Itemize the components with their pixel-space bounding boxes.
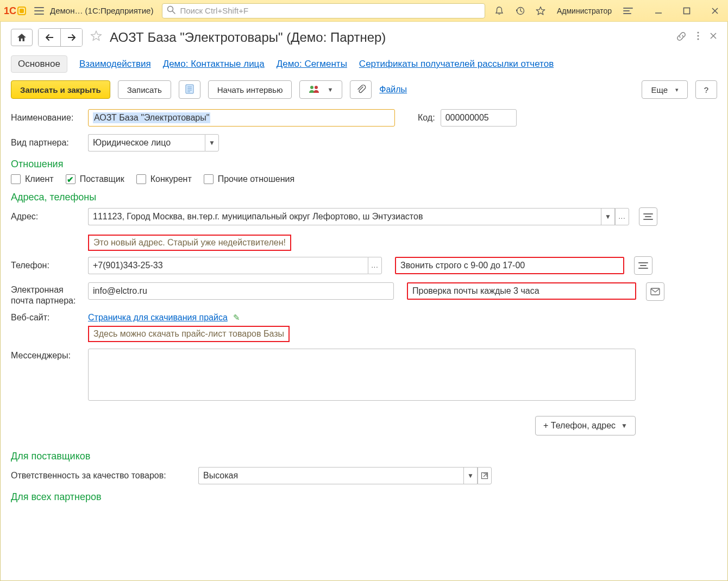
code-label: Код: — [418, 113, 435, 123]
main-menu-icon[interactable] — [33, 4, 46, 17]
app-logo: 1 С — [3, 4, 28, 18]
tab-certs[interactable]: Сертификаты получателей рассылки отчетов — [359, 59, 554, 70]
web-link[interactable]: Страничка для скачивания прайса — [88, 313, 228, 322]
checkbox-other[interactable]: Прочие отношения — [204, 174, 294, 184]
svg-rect-3 — [20, 9, 24, 13]
email-label: Электронная почта партнера: — [11, 281, 83, 306]
users-dropdown-button[interactable]: ▼ — [299, 80, 342, 99]
star-icon[interactable] — [534, 4, 547, 17]
link-icon[interactable] — [676, 31, 687, 45]
section-relations: Отношения — [11, 159, 717, 170]
chevron-down-icon[interactable]: ▼ — [601, 208, 615, 225]
name-field[interactable]: АОЗТ База "Электротовары" — [88, 109, 395, 127]
web-label: Веб-сайт: — [11, 313, 83, 323]
tab-interactions[interactable]: Взаимодействия — [79, 59, 151, 70]
users-icon — [309, 85, 319, 95]
svg-point-26 — [310, 86, 313, 89]
nav-back-button[interactable] — [39, 29, 60, 46]
add-contact-button[interactable]: + Телефон, адрес ▼ — [535, 416, 636, 435]
name-label: Наименование: — [11, 113, 83, 123]
report-button[interactable] — [179, 80, 200, 99]
ellipsis-button[interactable]: ... — [615, 208, 629, 225]
search-input[interactable] — [179, 5, 480, 16]
user-label[interactable]: Администратор — [555, 7, 614, 15]
chevron-down-icon: ▼ — [327, 86, 333, 93]
page-title: АОЗТ База "Электротовары" (Демо: Партнер… — [110, 30, 670, 45]
partner-type-label: Вид партнера: — [11, 138, 83, 148]
section-suppliers: Для поставщиков — [11, 451, 717, 462]
tab-main[interactable]: Основное — [11, 55, 67, 73]
envelope-icon — [650, 288, 660, 295]
nav-home-button[interactable] — [11, 29, 33, 46]
window-close-icon[interactable] — [708, 4, 721, 17]
quality-label: Ответственность за качество товаров: — [11, 471, 193, 481]
messengers-label: Мессенджеры: — [11, 349, 83, 361]
attach-icon — [356, 84, 365, 96]
save-button[interactable]: Записать — [118, 80, 171, 99]
checkbox-client[interactable]: Клиент — [11, 174, 54, 184]
bell-icon[interactable] — [493, 4, 506, 17]
attach-button[interactable] — [350, 80, 372, 99]
nav-history-buttons — [38, 28, 83, 47]
phone-field[interactable]: +7(901)343-25-33 ... — [88, 257, 382, 274]
svg-text:1: 1 — [4, 5, 9, 16]
help-button[interactable]: ? — [695, 80, 717, 99]
svg-line-5 — [173, 11, 175, 14]
address-field[interactable]: 111123, Город Москва, вн.тер.г. муниципа… — [88, 208, 629, 225]
save-and-close-button[interactable]: Записать и закрыть — [11, 80, 110, 99]
app-caption: Демон… (1С:Предприятие) — [50, 6, 153, 15]
svg-point-16 — [697, 31, 699, 33]
phone-options-button[interactable] — [634, 256, 652, 275]
pencil-icon[interactable]: ✎ — [233, 313, 240, 322]
chevron-down-icon: ▼ — [621, 422, 627, 430]
web-note: Здесь можно скачать прайс-лист товаров Б… — [88, 326, 290, 342]
report-icon — [185, 84, 194, 96]
svg-marker-15 — [91, 31, 102, 41]
address-options-button[interactable] — [639, 207, 657, 226]
section-all-partners: Для всех партнеров — [11, 491, 717, 503]
files-link[interactable]: Файлы — [379, 85, 407, 94]
svg-line-30 — [484, 473, 487, 477]
email-send-button[interactable] — [646, 282, 664, 301]
window-minimize-icon[interactable] — [652, 4, 665, 17]
chevron-down-icon[interactable]: ▼ — [205, 134, 219, 151]
svg-marker-7 — [536, 7, 545, 15]
tab-segments[interactable]: Демо: Сегменты — [277, 59, 347, 70]
checkbox-competitor[interactable]: Конкурент — [136, 174, 192, 184]
checkbox-supplier[interactable]: Поставщик — [66, 174, 124, 184]
kebab-menu-icon[interactable] — [696, 31, 700, 45]
svg-rect-9 — [684, 8, 690, 14]
start-interview-button[interactable]: Начать интервью — [208, 80, 292, 99]
chevron-down-icon: ▾ — [675, 86, 679, 93]
titlebar: 1 С Демон… (1С:Предприятие) Администрато… — [0, 0, 728, 22]
svg-point-17 — [697, 35, 699, 36]
svg-rect-21 — [186, 85, 193, 93]
global-search[interactable] — [162, 3, 485, 18]
svg-point-27 — [315, 86, 318, 89]
ellipsis-button[interactable]: ... — [368, 257, 382, 274]
more-button[interactable]: Еще▾ — [642, 80, 688, 99]
address-label: Адрес: — [11, 212, 83, 222]
quality-field[interactable]: Высокая ▼ — [198, 467, 492, 484]
section-contacts: Адреса, телефоны — [11, 192, 717, 203]
email-field[interactable] — [88, 282, 394, 300]
address-note: Это новый адрес. Старый уже недействител… — [88, 235, 291, 251]
svg-point-18 — [697, 38, 699, 40]
history-icon[interactable] — [513, 4, 526, 17]
phone-note-field[interactable]: Звонить строго с 9-00 до 17-00 — [395, 257, 624, 274]
chevron-down-icon[interactable]: ▼ — [463, 467, 478, 484]
code-field[interactable] — [441, 109, 517, 127]
favorite-star-icon[interactable] — [88, 30, 104, 45]
partner-type-combo[interactable]: Юридическое лицо ▼ — [88, 134, 219, 151]
window-maximize-icon[interactable] — [680, 4, 693, 17]
settings-icon[interactable] — [622, 4, 635, 17]
svg-marker-12 — [17, 34, 26, 41]
tab-contacts[interactable]: Демо: Контактные лица — [163, 59, 265, 70]
search-icon — [167, 5, 175, 16]
open-button[interactable] — [478, 467, 492, 484]
nav-forward-button[interactable] — [60, 29, 82, 46]
form-close-icon[interactable] — [710, 31, 717, 45]
messengers-field[interactable] — [88, 349, 636, 401]
phone-label: Телефон: — [11, 261, 83, 270]
email-note-field[interactable]: Проверка почты каждые 3 часа — [407, 282, 636, 300]
